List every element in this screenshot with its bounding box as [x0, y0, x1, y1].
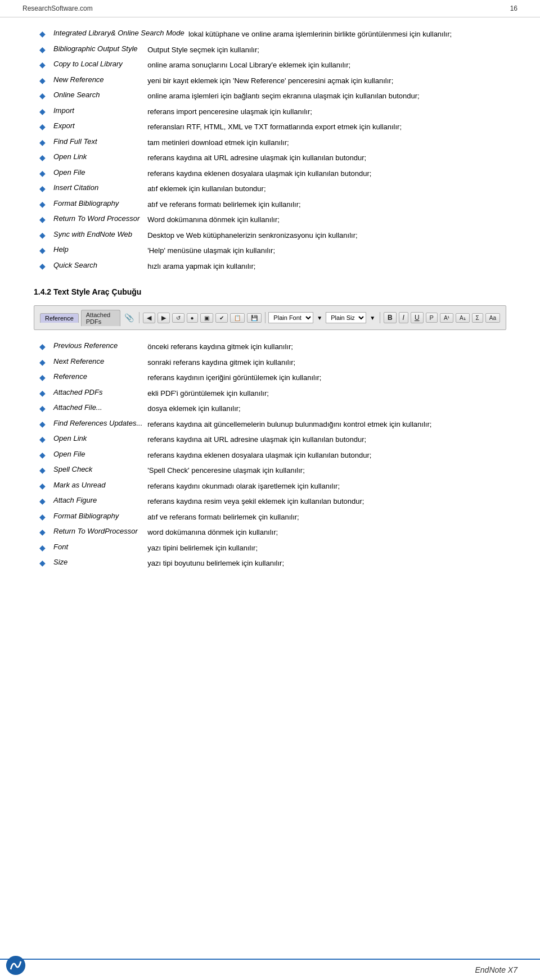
list-item: ◆ Return To WordProcessor word dokümanın…: [34, 527, 506, 538]
item-desc: atıf ve referans formatı belirlemek çin …: [143, 512, 299, 523]
toolbar-tab-pdfs[interactable]: Attached PDFs: [81, 310, 120, 326]
item-desc: referansları RTF, HTML, XML ve TXT forma…: [143, 121, 402, 133]
bullet-icon: ◆: [39, 107, 46, 116]
bullet-icon: ◆: [39, 215, 46, 224]
toolbar-btn2[interactable]: ▣: [200, 313, 213, 323]
item-term: Open File: [53, 450, 143, 458]
toolbar-back-btn[interactable]: ◀: [143, 313, 155, 323]
bullet-icon: ◆: [39, 358, 46, 367]
list-item: ◆ Bibliographic Output Style Output Styl…: [34, 44, 506, 56]
bullet-icon: ◆: [39, 435, 46, 444]
list-item: ◆ Reference referans kaydının içeriğini …: [34, 372, 506, 383]
bullet-icon: ◆: [39, 184, 46, 193]
list-item: ◆ Open File referans kaydına eklenen dos…: [34, 168, 506, 179]
font-select[interactable]: Plain Font: [268, 312, 313, 323]
bullet-icon: ◆: [39, 481, 46, 490]
item-desc: yeni bir kayıt eklemek için 'New Referen…: [143, 75, 393, 87]
bullet-icon: ◆: [39, 496, 46, 505]
bullet-icon: ◆: [39, 169, 46, 178]
list-item: ◆ Font yazı tipini belirlemek için kulla…: [34, 543, 506, 554]
subscript-button[interactable]: A₁: [456, 313, 470, 323]
site-name: ResearchSoftware.com: [22, 4, 93, 12]
bullet-icon: ◆: [39, 543, 46, 552]
item-desc: hızlı arama yapmak için kullanılır;: [143, 261, 255, 272]
bullet-icon: ◆: [39, 404, 46, 413]
bullet-icon: ◆: [39, 76, 46, 85]
bullet-icon: ◆: [39, 419, 46, 428]
bullet-icon: ◆: [39, 91, 46, 100]
item-term: Format Bibliography: [53, 199, 143, 207]
item-desc: word dokümanına dönmek için kullanılır;: [143, 527, 278, 538]
list-item: ◆ Quick Search hızlı arama yapmak için k…: [34, 261, 506, 272]
item-desc: 'Spell Check' penceresine ulaşmak için k…: [143, 465, 305, 476]
list-item: ◆ Format Bibliography atıf ve referans f…: [34, 512, 506, 523]
italic-button[interactable]: I: [399, 312, 408, 323]
item-desc: ekli PDF'i görüntülemek için kullanılır;: [143, 388, 269, 399]
toolbar-btn5[interactable]: 💾: [247, 313, 262, 323]
item-desc: referans kaydının içeriğini görüntülemek…: [143, 372, 321, 383]
item-term: Attached PDFs: [53, 388, 143, 396]
item-term: Find Full Text: [53, 137, 143, 146]
item-desc: online arama sonuçlarını Local Library'e…: [143, 60, 350, 71]
item-desc: Output Style seçmek için kullanılır;: [143, 44, 259, 56]
aa-button[interactable]: Aа: [485, 313, 500, 323]
item-desc: atıf ve referans formatı belirlemek için…: [143, 199, 301, 210]
page-number: 16: [510, 4, 518, 12]
item-term: Bibliographic Output Style: [53, 44, 143, 53]
list-item: ◆ Sync with EndNote Web Desktop ve Web k…: [34, 230, 506, 241]
list-item: ◆ Find References Updates... referans ka…: [34, 419, 506, 430]
item-desc: referans kaydına ait URL adresine ulaşma…: [143, 434, 366, 445]
item-desc: referans kaydına eklenen dosyalara ulaşm…: [143, 168, 371, 179]
bullet-icon: ◆: [39, 231, 46, 240]
item-desc: tam metinleri download etmek için kullan…: [143, 137, 289, 148]
toolbar-btn4[interactable]: 📋: [230, 313, 245, 323]
item-desc: referans kaydına ait URL adresine ulaşma…: [143, 152, 366, 164]
item-term: Format Bibliography: [53, 512, 143, 520]
toolbar-separator2: [265, 312, 266, 323]
item-term: Sync with EndNote Web: [53, 230, 143, 238]
toolbar-tab-reference[interactable]: Reference: [40, 313, 79, 323]
item-desc: dosya eklemek için kullanılır;: [143, 403, 241, 414]
item-desc: online arama işlemleri için bağlantı seç…: [143, 91, 420, 102]
clip-icon: 📎: [124, 313, 134, 322]
item-desc: önceki referans kaydına gitmek için kull…: [143, 341, 293, 353]
list-item: ◆ Return To Word Processor Word dokümanı…: [34, 214, 506, 225]
list-item: ◆ Spell Check 'Spell Check' penceresine …: [34, 465, 506, 476]
size-select[interactable]: Plain Size: [326, 312, 366, 323]
item-term: Return To WordProcessor: [53, 527, 143, 535]
item-term: New Reference: [53, 75, 143, 84]
item-term: Attached File...: [53, 403, 143, 412]
toolbar-fwd-btn[interactable]: ▶: [158, 313, 170, 323]
bullet-icon: ◆: [39, 373, 46, 382]
item-term: Reference: [53, 372, 143, 381]
bullet-icon: ◆: [39, 527, 46, 536]
toolbar-btn3[interactable]: ✔: [215, 313, 228, 323]
list-item: ◆ Open Link referans kaydına ait URL adr…: [34, 434, 506, 445]
item-term: Open Link: [53, 152, 143, 161]
item-term: Font: [53, 543, 143, 551]
list-item: ◆ Open Link referans kaydına ait URL adr…: [34, 152, 506, 164]
item-desc: referans kaydını okunmadı olarak işaretl…: [143, 481, 340, 492]
bold-button[interactable]: B: [384, 312, 397, 323]
section2-heading: 1.4.2 Text Style Araç Çubuğu: [34, 287, 506, 296]
item-term: Next Reference: [53, 357, 143, 365]
item-term: Return To Word Processor: [53, 214, 143, 223]
sigma-button[interactable]: Σ: [472, 313, 483, 323]
section2-list: ◆ Previous Reference önceki referans kay…: [34, 341, 506, 569]
bullet-icon: ◆: [39, 45, 46, 54]
list-item: ◆ Export referansları RTF, HTML, XML ve …: [34, 121, 506, 133]
underline-button[interactable]: U: [411, 312, 424, 323]
list-item: ◆ Attach Figure referans kaydına resim v…: [34, 496, 506, 507]
toolbar-refresh-btn[interactable]: ↺: [172, 313, 184, 323]
item-term: Size: [53, 558, 143, 566]
item-desc: 'Help' menüsüne ulaşmak için kullanılır;: [143, 245, 275, 256]
p-button[interactable]: P: [426, 313, 438, 323]
superscript-button[interactable]: A¹: [440, 313, 453, 323]
toolbar-separator1: [139, 312, 140, 323]
bullet-icon: ◆: [39, 450, 46, 459]
toolbar-btn1[interactable]: ●: [187, 313, 198, 323]
item-term: Export: [53, 121, 143, 130]
main-content: ◆ Integrated Library& Online Search Mode…: [0, 17, 540, 625]
list-item: ◆ New Reference yeni bir kayıt eklemek i…: [34, 75, 506, 87]
item-term: Open File: [53, 168, 143, 177]
